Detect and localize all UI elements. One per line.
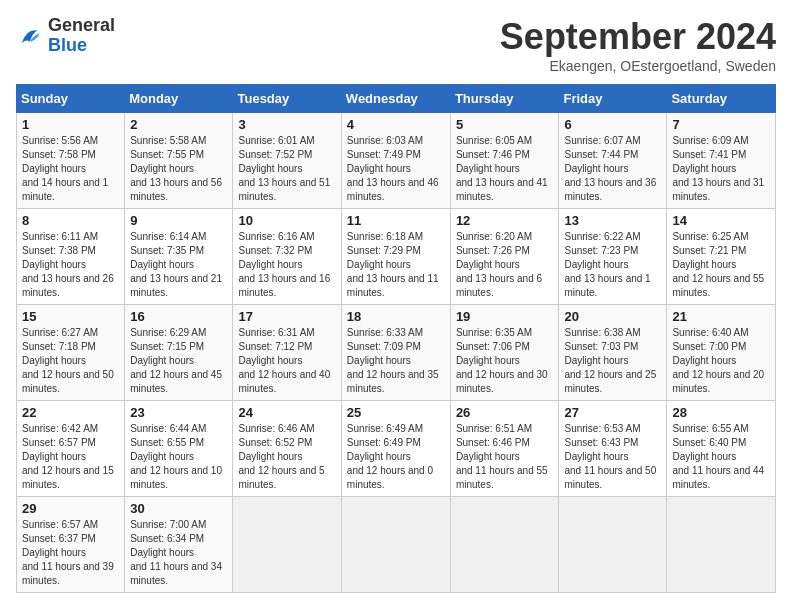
- day-detail: Sunrise: 6:05 AM Sunset: 7:46 PM Dayligh…: [456, 134, 554, 204]
- calendar-day-cell: 25 Sunrise: 6:49 AM Sunset: 6:49 PM Dayl…: [341, 401, 450, 497]
- day-detail: Sunrise: 6:44 AM Sunset: 6:55 PM Dayligh…: [130, 422, 227, 492]
- calendar-day-cell: 14 Sunrise: 6:25 AM Sunset: 7:21 PM Dayl…: [667, 209, 776, 305]
- day-number: 10: [238, 213, 335, 228]
- day-number: 7: [672, 117, 770, 132]
- calendar-day-cell: 18 Sunrise: 6:33 AM Sunset: 7:09 PM Dayl…: [341, 305, 450, 401]
- day-number: 11: [347, 213, 445, 228]
- calendar-day-cell: 4 Sunrise: 6:03 AM Sunset: 7:49 PM Dayli…: [341, 113, 450, 209]
- calendar-week-row: 15 Sunrise: 6:27 AM Sunset: 7:18 PM Dayl…: [17, 305, 776, 401]
- day-detail: Sunrise: 6:40 AM Sunset: 7:00 PM Dayligh…: [672, 326, 770, 396]
- calendar-day-cell: 1 Sunrise: 5:56 AM Sunset: 7:58 PM Dayli…: [17, 113, 125, 209]
- day-number: 13: [564, 213, 661, 228]
- day-number: 18: [347, 309, 445, 324]
- day-detail: Sunrise: 6:31 AM Sunset: 7:12 PM Dayligh…: [238, 326, 335, 396]
- calendar-day-cell: 10 Sunrise: 6:16 AM Sunset: 7:32 PM Dayl…: [233, 209, 341, 305]
- day-number: 28: [672, 405, 770, 420]
- day-number: 19: [456, 309, 554, 324]
- day-detail: Sunrise: 6:29 AM Sunset: 7:15 PM Dayligh…: [130, 326, 227, 396]
- day-detail: Sunrise: 5:56 AM Sunset: 7:58 PM Dayligh…: [22, 134, 119, 204]
- day-detail: Sunrise: 6:57 AM Sunset: 6:37 PM Dayligh…: [22, 518, 119, 588]
- day-number: 2: [130, 117, 227, 132]
- calendar-day-cell: 8 Sunrise: 6:11 AM Sunset: 7:38 PM Dayli…: [17, 209, 125, 305]
- day-number: 6: [564, 117, 661, 132]
- weekday-header: Thursday: [450, 85, 559, 113]
- day-detail: Sunrise: 6:53 AM Sunset: 6:43 PM Dayligh…: [564, 422, 661, 492]
- day-number: 24: [238, 405, 335, 420]
- day-number: 16: [130, 309, 227, 324]
- day-number: 26: [456, 405, 554, 420]
- weekday-header: Monday: [125, 85, 233, 113]
- calendar-day-cell: 19 Sunrise: 6:35 AM Sunset: 7:06 PM Dayl…: [450, 305, 559, 401]
- day-number: 17: [238, 309, 335, 324]
- day-detail: Sunrise: 5:58 AM Sunset: 7:55 PM Dayligh…: [130, 134, 227, 204]
- day-detail: Sunrise: 6:22 AM Sunset: 7:23 PM Dayligh…: [564, 230, 661, 300]
- calendar-day-cell: [233, 497, 341, 593]
- day-number: 22: [22, 405, 119, 420]
- day-number: 23: [130, 405, 227, 420]
- calendar-day-cell: 29 Sunrise: 6:57 AM Sunset: 6:37 PM Dayl…: [17, 497, 125, 593]
- weekday-header: Saturday: [667, 85, 776, 113]
- day-detail: Sunrise: 6:07 AM Sunset: 7:44 PM Dayligh…: [564, 134, 661, 204]
- day-number: 21: [672, 309, 770, 324]
- day-detail: Sunrise: 6:09 AM Sunset: 7:41 PM Dayligh…: [672, 134, 770, 204]
- title-block: September 2024 Ekaengen, OEstergoetland,…: [500, 16, 776, 74]
- weekday-header: Tuesday: [233, 85, 341, 113]
- month-title: September 2024: [500, 16, 776, 58]
- calendar-day-cell: 12 Sunrise: 6:20 AM Sunset: 7:26 PM Dayl…: [450, 209, 559, 305]
- calendar-day-cell: 13 Sunrise: 6:22 AM Sunset: 7:23 PM Dayl…: [559, 209, 667, 305]
- page-header: General Blue September 2024 Ekaengen, OE…: [16, 16, 776, 74]
- calendar-day-cell: 3 Sunrise: 6:01 AM Sunset: 7:52 PM Dayli…: [233, 113, 341, 209]
- day-number: 29: [22, 501, 119, 516]
- day-detail: Sunrise: 6:55 AM Sunset: 6:40 PM Dayligh…: [672, 422, 770, 492]
- calendar-day-cell: [341, 497, 450, 593]
- day-number: 4: [347, 117, 445, 132]
- calendar-day-cell: 5 Sunrise: 6:05 AM Sunset: 7:46 PM Dayli…: [450, 113, 559, 209]
- weekday-header: Wednesday: [341, 85, 450, 113]
- calendar-day-cell: 26 Sunrise: 6:51 AM Sunset: 6:46 PM Dayl…: [450, 401, 559, 497]
- calendar-day-cell: 24 Sunrise: 6:46 AM Sunset: 6:52 PM Dayl…: [233, 401, 341, 497]
- day-detail: Sunrise: 6:01 AM Sunset: 7:52 PM Dayligh…: [238, 134, 335, 204]
- day-detail: Sunrise: 6:33 AM Sunset: 7:09 PM Dayligh…: [347, 326, 445, 396]
- day-detail: Sunrise: 7:00 AM Sunset: 6:34 PM Dayligh…: [130, 518, 227, 588]
- calendar-day-cell: 22 Sunrise: 6:42 AM Sunset: 6:57 PM Dayl…: [17, 401, 125, 497]
- logo-bird-icon: [16, 22, 44, 50]
- day-number: 14: [672, 213, 770, 228]
- calendar-day-cell: [450, 497, 559, 593]
- day-detail: Sunrise: 6:49 AM Sunset: 6:49 PM Dayligh…: [347, 422, 445, 492]
- calendar-day-cell: 17 Sunrise: 6:31 AM Sunset: 7:12 PM Dayl…: [233, 305, 341, 401]
- day-number: 15: [22, 309, 119, 324]
- day-detail: Sunrise: 6:18 AM Sunset: 7:29 PM Dayligh…: [347, 230, 445, 300]
- calendar-day-cell: [559, 497, 667, 593]
- calendar-week-row: 29 Sunrise: 6:57 AM Sunset: 6:37 PM Dayl…: [17, 497, 776, 593]
- calendar-week-row: 1 Sunrise: 5:56 AM Sunset: 7:58 PM Dayli…: [17, 113, 776, 209]
- day-detail: Sunrise: 6:03 AM Sunset: 7:49 PM Dayligh…: [347, 134, 445, 204]
- day-detail: Sunrise: 6:51 AM Sunset: 6:46 PM Dayligh…: [456, 422, 554, 492]
- day-detail: Sunrise: 6:27 AM Sunset: 7:18 PM Dayligh…: [22, 326, 119, 396]
- calendar-week-row: 22 Sunrise: 6:42 AM Sunset: 6:57 PM Dayl…: [17, 401, 776, 497]
- calendar-day-cell: 20 Sunrise: 6:38 AM Sunset: 7:03 PM Dayl…: [559, 305, 667, 401]
- location-text: Ekaengen, OEstergoetland, Sweden: [500, 58, 776, 74]
- calendar-day-cell: 9 Sunrise: 6:14 AM Sunset: 7:35 PM Dayli…: [125, 209, 233, 305]
- calendar-table: SundayMondayTuesdayWednesdayThursdayFrid…: [16, 84, 776, 593]
- day-number: 27: [564, 405, 661, 420]
- calendar-day-cell: 27 Sunrise: 6:53 AM Sunset: 6:43 PM Dayl…: [559, 401, 667, 497]
- day-detail: Sunrise: 6:42 AM Sunset: 6:57 PM Dayligh…: [22, 422, 119, 492]
- logo-general-text: General: [48, 15, 115, 35]
- calendar-day-cell: 30 Sunrise: 7:00 AM Sunset: 6:34 PM Dayl…: [125, 497, 233, 593]
- calendar-day-cell: 21 Sunrise: 6:40 AM Sunset: 7:00 PM Dayl…: [667, 305, 776, 401]
- day-detail: Sunrise: 6:16 AM Sunset: 7:32 PM Dayligh…: [238, 230, 335, 300]
- day-detail: Sunrise: 6:38 AM Sunset: 7:03 PM Dayligh…: [564, 326, 661, 396]
- day-number: 9: [130, 213, 227, 228]
- calendar-day-cell: [667, 497, 776, 593]
- day-number: 8: [22, 213, 119, 228]
- calendar-header-row: SundayMondayTuesdayWednesdayThursdayFrid…: [17, 85, 776, 113]
- weekday-header: Sunday: [17, 85, 125, 113]
- calendar-day-cell: 15 Sunrise: 6:27 AM Sunset: 7:18 PM Dayl…: [17, 305, 125, 401]
- calendar-day-cell: 7 Sunrise: 6:09 AM Sunset: 7:41 PM Dayli…: [667, 113, 776, 209]
- calendar-week-row: 8 Sunrise: 6:11 AM Sunset: 7:38 PM Dayli…: [17, 209, 776, 305]
- day-number: 20: [564, 309, 661, 324]
- day-number: 5: [456, 117, 554, 132]
- calendar-day-cell: 2 Sunrise: 5:58 AM Sunset: 7:55 PM Dayli…: [125, 113, 233, 209]
- day-number: 25: [347, 405, 445, 420]
- calendar-day-cell: 16 Sunrise: 6:29 AM Sunset: 7:15 PM Dayl…: [125, 305, 233, 401]
